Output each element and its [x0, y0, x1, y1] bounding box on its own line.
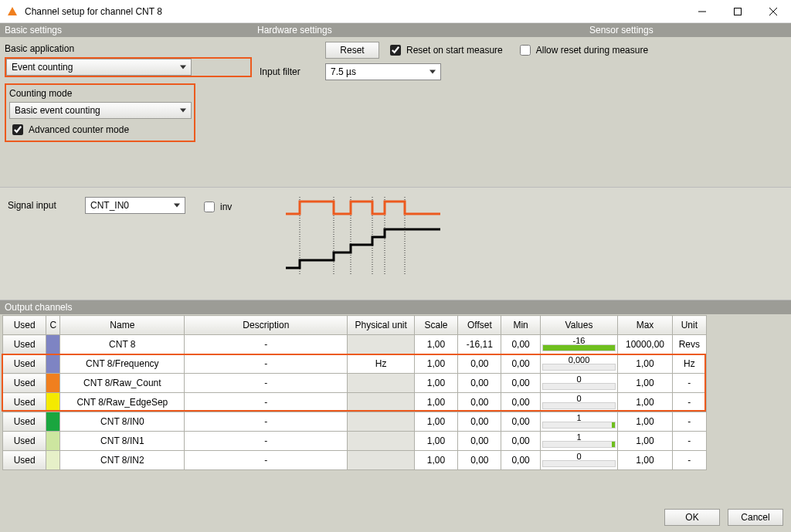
cancel-button[interactable]: Cancel — [728, 509, 783, 526]
scale-cell: 1,00 — [414, 412, 457, 432]
column-header[interactable]: Unit — [672, 316, 706, 335]
application-highlight: Event counting — [5, 57, 252, 77]
description-cell: - — [185, 374, 348, 393]
physical-unit-cell — [348, 393, 414, 412]
value-cell: 1 — [540, 412, 618, 432]
value-cell: 0 — [540, 451, 618, 470]
max-cell: 1,00 — [618, 354, 672, 374]
inv-label: inv — [220, 202, 232, 212]
advanced-mode-label: Advanced counter mode — [29, 124, 129, 135]
description-cell: - — [185, 451, 348, 470]
column-header[interactable]: Physical unit — [348, 316, 414, 335]
description-cell: - — [185, 412, 348, 432]
unit-cell: - — [672, 393, 706, 412]
min-cell: 0,00 — [501, 451, 540, 470]
min-cell: 0,00 — [501, 354, 540, 374]
counting-mode-combo[interactable]: Basic event counting — [9, 102, 192, 119]
max-cell: 1,00 — [618, 374, 672, 393]
used-cell[interactable]: Used — [3, 432, 46, 451]
physical-unit-cell — [348, 432, 414, 451]
inv-group[interactable]: inv — [201, 199, 232, 215]
svg-rect-2 — [735, 8, 742, 15]
output-table-wrap: UsedCNameDescriptionPhysical unitScaleOf… — [0, 315, 791, 470]
column-header[interactable]: Used — [3, 316, 46, 335]
description-cell: - — [185, 393, 348, 412]
name-cell: CNT 8/IN0 — [60, 412, 185, 432]
table-row[interactable]: UsedCNT 8/Frequency-Hz1,000,000,000,0001… — [3, 354, 707, 374]
svg-marker-0 — [8, 7, 17, 15]
used-cell[interactable]: Used — [3, 393, 46, 412]
basic-application-combo[interactable]: Event counting — [6, 59, 192, 76]
column-header[interactable]: Values — [540, 316, 618, 335]
column-header[interactable]: Min — [501, 316, 540, 335]
color-swatch — [46, 335, 60, 354]
max-cell: 1,00 — [618, 451, 672, 470]
offset-cell: 0,00 — [458, 374, 501, 393]
offset-cell: 0,00 — [458, 451, 501, 470]
ok-button[interactable]: OK — [664, 509, 720, 526]
sensor-settings-header: Sensor settings — [589, 25, 654, 36]
counting-mode-value: Basic event counting — [15, 105, 100, 116]
minimize-button[interactable] — [684, 0, 720, 23]
reset-button[interactable]: Reset — [325, 42, 379, 59]
table-row[interactable]: UsedCNT 8/Raw_EdgeSep-1,000,000,0001,00- — [3, 393, 707, 412]
app-icon — [6, 5, 19, 18]
window-title: Channel setup for channel CNT 8 — [25, 6, 162, 17]
counting-mode-label: Counting mode — [9, 88, 191, 99]
unit-cell: - — [672, 451, 706, 470]
column-header[interactable]: Offset — [458, 316, 501, 335]
settings-panel: Basic application Event counting Countin… — [0, 37, 791, 147]
physical-unit-cell — [348, 374, 414, 393]
name-cell: CNT 8 — [60, 335, 185, 354]
max-cell: 1,00 — [618, 412, 672, 432]
name-cell: CNT 8/Raw_Count — [60, 374, 185, 393]
table-row[interactable]: UsedCNT 8/IN0-1,000,000,0011,00- — [3, 412, 707, 432]
used-cell[interactable]: Used — [3, 451, 46, 470]
offset-cell: 0,00 — [458, 432, 501, 451]
column-header[interactable]: Description — [185, 316, 348, 335]
unit-cell: - — [672, 432, 706, 451]
value-cell: 0 — [540, 374, 618, 393]
basic-application-label: Basic application — [5, 43, 252, 54]
table-row[interactable]: UsedCNT 8/IN2-1,000,000,0001,00- — [3, 451, 707, 470]
signal-panel: Signal input CNT_IN0 inv — [0, 187, 791, 300]
close-button[interactable] — [755, 0, 791, 23]
maximize-button[interactable] — [720, 0, 755, 23]
min-cell: 0,00 — [501, 432, 540, 451]
physical-unit-cell — [348, 335, 414, 354]
allow-reset-label: Allow reset during measure — [536, 45, 648, 56]
used-cell[interactable]: Used — [3, 335, 46, 354]
input-filter-combo[interactable]: 7.5 µs — [325, 63, 441, 80]
allow-reset-group[interactable]: Allow reset during measure — [517, 42, 648, 58]
value-cell: 1 — [540, 432, 618, 451]
min-cell: 0,00 — [501, 412, 540, 432]
color-swatch — [46, 374, 60, 393]
allow-reset-checkbox[interactable] — [520, 45, 531, 56]
table-row[interactable]: UsedCNT 8-1,00-16,110,00-1610000,00Revs — [3, 335, 707, 354]
inv-checkbox[interactable] — [204, 202, 215, 212]
signal-input-label: Signal input — [8, 200, 70, 211]
signal-input-value: CNT_IN0 — [90, 200, 129, 211]
table-row[interactable]: UsedCNT 8/IN1-1,000,000,0011,00- — [3, 432, 707, 451]
advanced-mode-checkbox[interactable] — [12, 124, 23, 135]
column-header[interactable]: Max — [618, 316, 672, 335]
column-header[interactable]: Scale — [414, 316, 457, 335]
used-cell[interactable]: Used — [3, 374, 46, 393]
color-swatch — [46, 393, 60, 412]
column-header[interactable]: Name — [60, 316, 185, 335]
reset-on-start-checkbox[interactable] — [390, 45, 401, 56]
used-cell[interactable]: Used — [3, 412, 46, 432]
color-swatch — [46, 451, 60, 470]
physical-unit-cell — [348, 412, 414, 432]
reset-on-start-group[interactable]: Reset on start measure — [387, 42, 503, 58]
signal-input-combo[interactable]: CNT_IN0 — [85, 197, 185, 214]
output-channels-header: Output channels — [0, 300, 791, 314]
table-row[interactable]: UsedCNT 8/Raw_Count-1,000,000,0001,00- — [3, 374, 707, 393]
color-swatch — [46, 412, 60, 432]
used-cell[interactable]: Used — [3, 354, 46, 374]
dialog-buttons: OK Cancel — [664, 509, 783, 526]
column-header[interactable]: C — [46, 316, 60, 335]
description-cell: - — [185, 354, 348, 374]
scale-cell: 1,00 — [414, 354, 457, 374]
output-table: UsedCNameDescriptionPhysical unitScaleOf… — [2, 315, 707, 470]
